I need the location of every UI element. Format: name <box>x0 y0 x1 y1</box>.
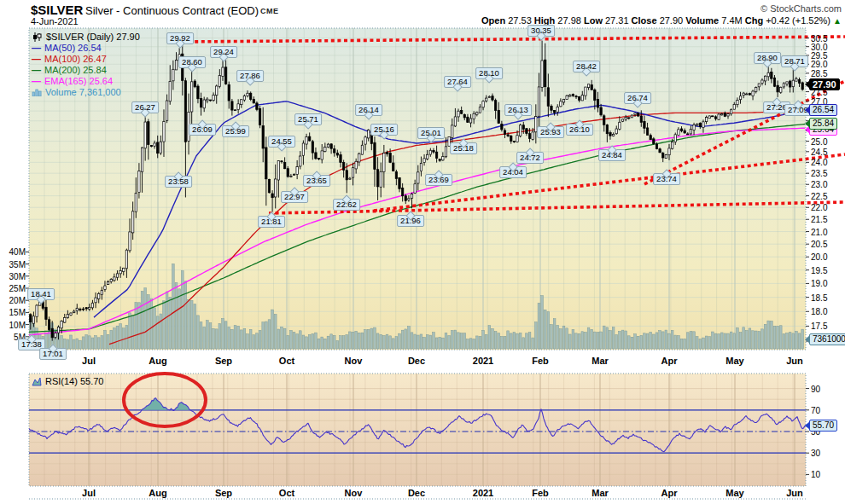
rsi-axis-tick: 10 <box>811 470 820 479</box>
price-annotation: 30.35 <box>527 25 555 37</box>
candlestick-icon <box>32 32 43 42</box>
legend-rsi-row: RSI(14) 55.70 <box>32 376 103 386</box>
chart-date: 4-Jun-2021 <box>31 16 79 26</box>
legend-rsi: RSI(14) 55.70 <box>45 376 103 386</box>
close-value: 27.90 <box>660 15 684 26</box>
price-axis-tick: 24.0 <box>811 158 827 167</box>
legend-ma50-row: — MA(50) 26.54 <box>32 43 102 53</box>
month-label: Nov <box>345 488 363 498</box>
price-axis-tick: 22.0 <box>811 203 827 212</box>
price-annotation: 29.92 <box>166 32 194 44</box>
price-annotation: 24.04 <box>499 166 527 178</box>
legend-symbol-row: $SILVER (Daily) 27.90 <box>32 32 140 42</box>
rsi-axis-tick: 90 <box>811 384 820 393</box>
price-axis-tick: 19.0 <box>811 279 827 288</box>
volume-axis-tick: 25M <box>3 284 26 293</box>
price-annotation: 24.72 <box>516 152 544 164</box>
ma200-swatch-icon: — <box>32 65 41 75</box>
month-label: May <box>726 488 743 498</box>
ma50-swatch-icon: — <box>32 43 41 53</box>
high-value: 27.98 <box>557 15 581 26</box>
price-annotation: 25.71 <box>294 113 322 125</box>
price-annotation: 22.97 <box>281 191 308 203</box>
month-label: Nov <box>345 356 363 366</box>
price-axis-tick: 23.5 <box>811 169 827 178</box>
price-annotation: 28.42 <box>573 61 600 72</box>
chart-title: Silver - Continuous Contract (EOD) <box>85 4 259 17</box>
low-label: Low <box>584 15 603 26</box>
chg-up-arrow-icon: ▲ <box>833 16 842 26</box>
price-annotation: 21.96 <box>397 215 424 227</box>
price-axis-tick: 29.0 <box>811 60 827 69</box>
price-annotation: 23.65 <box>303 175 330 187</box>
price-annotation: 26.74 <box>624 92 651 104</box>
month-label: May <box>726 356 743 366</box>
month-label: Sep <box>215 488 232 498</box>
price-annotation: 26.27 <box>131 101 159 113</box>
price-axis-tick: 17.5 <box>811 322 827 331</box>
price-box-arrow-icon <box>805 119 810 128</box>
ma100-swatch-icon: — <box>32 54 41 64</box>
volume-label: Volume <box>685 15 719 26</box>
price-annotation: 26.09 <box>189 124 216 136</box>
price-axis-tick: 22.5 <box>811 191 827 200</box>
price-annotation: 25.18 <box>450 142 477 154</box>
price-annotation: 26.10 <box>566 124 593 136</box>
price-annotation: 28.90 <box>754 52 781 64</box>
month-label: Feb <box>532 488 549 498</box>
price-axis-tick: 25.0 <box>811 136 827 146</box>
price-box-arrow-icon <box>805 335 810 344</box>
price-axis-tick: 24.5 <box>811 147 827 156</box>
last-price-box: 27.90 <box>809 78 840 90</box>
price-annotation: 28.10 <box>475 67 503 79</box>
month-label: 2021 <box>473 356 493 366</box>
volume-axis-tick: 15M <box>3 308 26 317</box>
price-annotation: 28.60 <box>178 56 206 68</box>
price-axis-tick: 18.0 <box>811 307 827 316</box>
legend-ma200: MA(200) 25.84 <box>44 65 107 75</box>
rsi-icon <box>32 377 42 386</box>
price-box-arrow-icon <box>805 80 810 89</box>
chg-value: +0.42 (+1.52%) <box>766 15 830 26</box>
copyright: © StockCharts.com <box>760 3 842 14</box>
volume-bars-icon <box>32 88 42 96</box>
legend-ema165: EMA(165) 25.64 <box>44 76 113 86</box>
legend-ma200-row: — MA(200) 25.84 <box>32 65 107 75</box>
price-annotation: 21.81 <box>258 216 285 228</box>
ema165-swatch-icon: — <box>32 76 41 86</box>
legend-ema165-row: — EMA(165) 25.64 <box>32 76 113 86</box>
price-axis-tick: 29.5 <box>811 50 827 60</box>
month-label: Jun <box>786 488 803 498</box>
last-price-box: 25.84 <box>809 118 837 130</box>
symbol-title: $SILVER <box>31 3 83 17</box>
price-annotation: 24.84 <box>598 149 626 161</box>
month-label: Dec <box>408 488 425 498</box>
open-label: Open <box>481 15 505 26</box>
price-axis-tick: 19.5 <box>811 265 827 275</box>
price-annotation: 18.41 <box>27 288 55 300</box>
price-annotation: 22.62 <box>333 199 360 211</box>
price-axis-tick: 21.0 <box>811 227 827 236</box>
price-annotation: 27.86 <box>236 70 264 82</box>
legend-ma50: MA(50) 26.54 <box>44 43 102 53</box>
month-label: Oct <box>279 356 294 366</box>
close-label: Close <box>632 15 657 26</box>
legend-ma100: MA(100) 26.47 <box>44 54 107 64</box>
rsi-axis-tick: 70 <box>811 405 820 414</box>
month-label: Oct <box>279 488 294 498</box>
volume-value: 7.4M <box>721 15 742 26</box>
low-value: 27.31 <box>605 15 629 26</box>
rsi-axis-tick: 30 <box>811 449 820 458</box>
month-label: Jul <box>82 488 96 498</box>
month-label: Dec <box>408 356 425 366</box>
last-price-box: 26.54 <box>809 104 837 116</box>
month-label: Aug <box>149 488 166 498</box>
month-label: 2021 <box>473 488 493 498</box>
stockcharts-silver-chart: $SILVER Silver - Continuous Contract (EO… <box>0 0 845 504</box>
price-annotation: 25.16 <box>370 124 398 136</box>
rsi-value-box: 55.70 <box>809 420 837 432</box>
legend-volume: Volume 7,361,000 <box>45 87 121 97</box>
price-annotation: 23.69 <box>425 174 452 186</box>
month-label: Aug <box>149 356 166 366</box>
price-annotation: 25.01 <box>417 127 445 139</box>
